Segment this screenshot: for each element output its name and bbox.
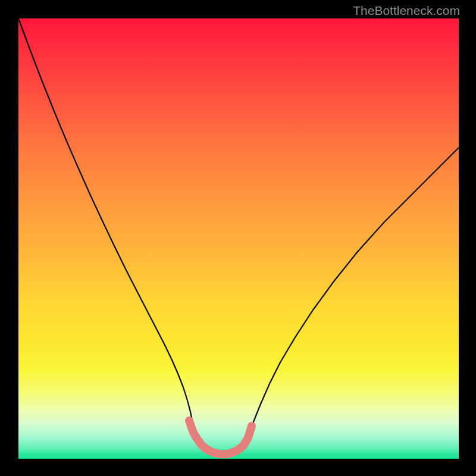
chart-svg-overlay <box>0 0 476 476</box>
watermark-text: TheBottleneck.com <box>353 4 460 18</box>
stage: TheBottleneck.com <box>0 0 476 476</box>
series-curve <box>18 18 459 455</box>
series-salmon-band <box>189 421 252 454</box>
